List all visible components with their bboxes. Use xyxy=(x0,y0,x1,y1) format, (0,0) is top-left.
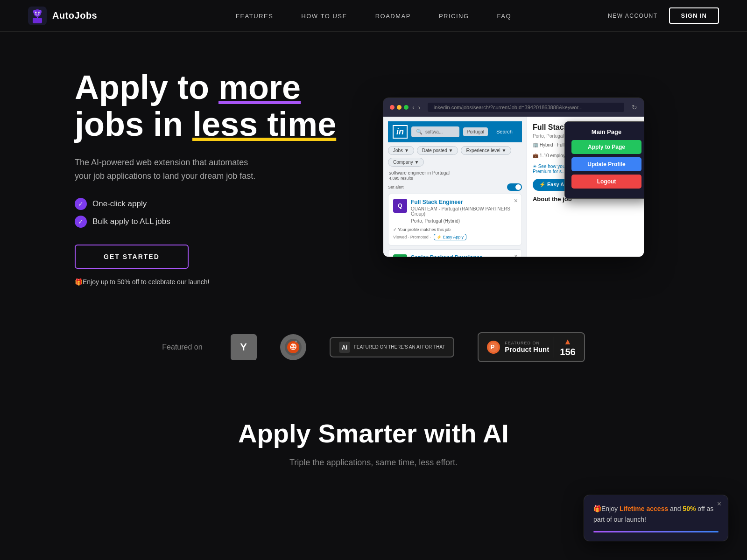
nav-back[interactable]: ‹ xyxy=(412,104,415,111)
popup-text: 🎁Enjoy Lifetime access and 50% off as pa… xyxy=(593,504,719,525)
ext-logout-button[interactable]: Logout xyxy=(571,175,641,189)
popup-and: and xyxy=(668,505,683,512)
browser-demo: ‹ › linkedin.com/jobs/search/?currentJob… xyxy=(383,98,644,257)
check-icon-1: ✓ xyxy=(75,198,87,210)
reddit-icon xyxy=(285,339,302,356)
browser-dots xyxy=(390,105,409,110)
job-card-close-2[interactable]: × xyxy=(514,252,518,257)
job-location-1: Porto, Portugal (Hybrid) xyxy=(411,218,517,224)
feature-bulk-apply: ✓ Bulk apply to ALL jobs xyxy=(75,216,345,228)
svg-point-15 xyxy=(291,345,292,346)
hn-logo: Y xyxy=(240,341,247,353)
browser-content: in 🔍 softwa... Portugal Search Jobs ▼ Da… xyxy=(383,117,644,257)
alert-toggle[interactable] xyxy=(507,183,522,191)
nav-item-features[interactable]: FEATURES xyxy=(236,12,273,20)
feature-label-1: One-click apply xyxy=(92,199,147,209)
nav-item-how-to-use[interactable]: HOW TO USE xyxy=(301,12,347,20)
launch-offer: 🎁Enjoy up to 50% off to celebrate our la… xyxy=(75,278,345,286)
nav-forward[interactable]: › xyxy=(418,104,421,111)
ext-apply-page-button[interactable]: Apply to Page xyxy=(571,140,641,154)
linkedin-logo: in xyxy=(393,125,408,139)
dot-green xyxy=(404,105,409,110)
svg-text:AI: AI xyxy=(342,344,347,351)
search-text: softwa... xyxy=(425,129,443,134)
ph-arrow: ▲ xyxy=(564,337,572,347)
there-ai-icon: AI xyxy=(339,342,350,353)
filter-experience[interactable]: Experience level ▼ xyxy=(461,146,511,155)
nav-actions: NEW ACCOUNT SIGN IN xyxy=(608,7,719,24)
hero-features-list: ✓ One-click apply ✓ Bulk apply to ALL jo… xyxy=(75,198,345,228)
hero-section: Apply to more jobs in less time The AI-p… xyxy=(0,32,747,314)
check-icon-2: ✓ xyxy=(75,216,87,228)
job-card-1[interactable]: × Q Full Stack Engineer QUANTEAM - Portu… xyxy=(388,194,522,245)
linkedin-search-box[interactable]: 🔍 softwa... xyxy=(411,126,459,137)
filter-jobs[interactable]: Jobs ▼ xyxy=(388,146,414,155)
feature-label-2: Bulk apply to ALL jobs xyxy=(92,217,170,226)
ph-featured-on: FEATURED ON xyxy=(505,341,540,345)
there-ai-badge[interactable]: AI FEATURED ON THERE'S AN AI FOR THAT xyxy=(330,337,455,357)
svg-point-19 xyxy=(295,341,297,343)
ph-text: FEATURED ON Product Hunt xyxy=(505,341,549,353)
title-prefix: Apply to xyxy=(75,69,218,106)
featured-label: Featured on xyxy=(162,343,202,351)
new-account-link[interactable]: NEW ACCOUNT xyxy=(608,13,658,19)
sign-in-button[interactable]: SIGN IN xyxy=(669,7,719,24)
popup-lifetime: Lifetime access xyxy=(620,505,668,512)
popup-prefix: 🎁Enjoy xyxy=(593,505,620,512)
bottom-section: Apply Smarter with AI Triple the applica… xyxy=(0,381,747,486)
hero-title: Apply to more jobs in less time xyxy=(75,69,345,143)
browser-refresh[interactable]: ↻ xyxy=(632,104,637,111)
job-match-1: ✓ Your profile matches this job xyxy=(393,227,517,232)
popup-percent: 50% xyxy=(683,505,696,512)
logo-icon xyxy=(28,7,47,25)
location-input[interactable]: Portugal xyxy=(463,127,488,136)
ext-update-profile-button[interactable]: Update Profile xyxy=(571,157,641,171)
ph-count: 156 xyxy=(560,347,575,357)
nav-item-pricing[interactable]: PRICING xyxy=(439,12,469,20)
url-bar[interactable]: linkedin.com/jobs/search/?currentJobId=3… xyxy=(428,103,624,112)
feature-one-click: ✓ One-click apply xyxy=(75,198,345,210)
svg-point-16 xyxy=(294,345,295,346)
job-card-2[interactable]: × SN Senior Backend Developer SayNode Op… xyxy=(388,249,522,257)
filter-date[interactable]: Date posted ▼ xyxy=(417,146,458,155)
filter-company[interactable]: Company ▼ xyxy=(388,158,424,167)
job-card-close-1[interactable]: × xyxy=(514,197,518,204)
job-detail-panel: Full Stack Engineer Porto, Portugal · 2 … xyxy=(527,117,644,257)
reddit-badge[interactable] xyxy=(280,334,306,360)
svg-rect-8 xyxy=(33,18,42,23)
title-more: more xyxy=(218,69,301,106)
title-less-time: less time xyxy=(192,105,336,143)
alert-row: Set alert xyxy=(388,183,522,191)
job-title-2: Senior Backend Developer xyxy=(411,254,482,257)
job-company-1: QUANTEAM - Portugal (RAINBOW PARTNERS Gr… xyxy=(411,206,517,217)
svg-text:P: P xyxy=(491,344,494,350)
logo-text: AutoJobs xyxy=(52,10,97,21)
ph-name: Product Hunt xyxy=(505,345,549,353)
product-hunt-badge[interactable]: P FEATURED ON Product Hunt ▲ 156 xyxy=(478,332,585,362)
nav-item-roadmap[interactable]: ROADMAP xyxy=(375,12,411,20)
company-logo-2: SN xyxy=(393,254,407,257)
browser-window: ‹ › linkedin.com/jobs/search/?currentJob… xyxy=(383,98,644,257)
featured-section: Featured on Y AI xyxy=(0,314,747,381)
get-started-button[interactable]: GET STARTED xyxy=(75,245,189,269)
ph-count-section: ▲ 156 xyxy=(554,337,575,357)
extension-popup: Main Page Apply to Page Update Profile L… xyxy=(564,121,644,199)
hero-subtitle: The AI-powered web extension that automa… xyxy=(75,156,345,183)
results-count: software engineer in Portugal4,895 resul… xyxy=(388,170,522,181)
dot-red xyxy=(390,105,395,110)
easy-apply-badge-1[interactable]: ⚡ Easy Apply xyxy=(434,234,466,240)
hacker-news-badge[interactable]: Y xyxy=(231,334,257,360)
dot-yellow xyxy=(397,105,402,110)
search-icon: 🔍 xyxy=(416,129,423,135)
logo[interactable]: AutoJobs xyxy=(28,7,97,25)
nav-item-faq[interactable]: FAQ xyxy=(497,12,512,20)
linkedin-filters: Jobs ▼ Date posted ▼ Experience level ▼ … xyxy=(388,146,522,167)
linkedin-search-button[interactable]: Search xyxy=(492,127,517,136)
product-hunt-logo: P xyxy=(487,341,500,354)
popup-progress-bar xyxy=(593,531,719,532)
floating-offer-popup: × 🎁Enjoy Lifetime access and 50% off as … xyxy=(584,495,728,541)
popup-close-button[interactable]: × xyxy=(717,500,721,508)
ext-popup-title: Main Page xyxy=(571,128,641,135)
svg-point-6 xyxy=(36,12,37,13)
job-badges-1: Viewed · Promoted · ⚡ Easy Apply xyxy=(393,234,517,240)
